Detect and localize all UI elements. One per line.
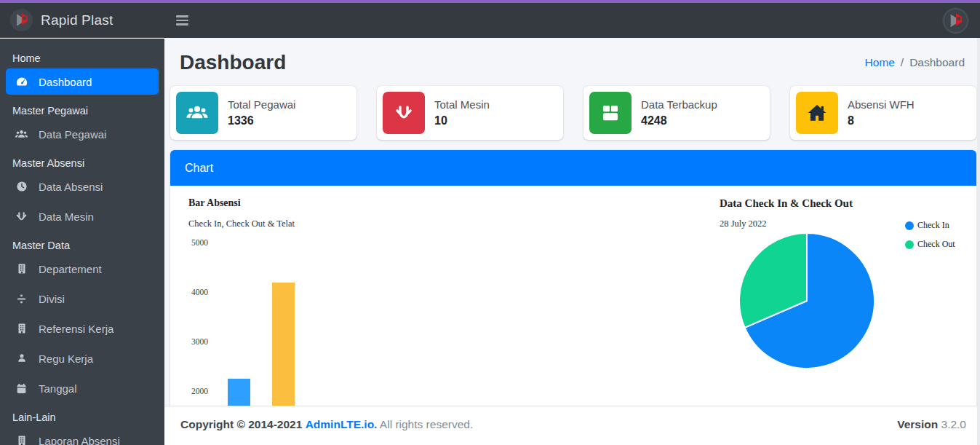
breadcrumb-current: Dashboard (909, 56, 965, 69)
pie-legend: Check In Check Out (905, 220, 955, 250)
footer: Copyright © 2014-2021 AdminLTE.io. All r… (164, 406, 980, 445)
y-tick: 2000 (180, 387, 208, 395)
pie-chart (737, 231, 877, 371)
sidebar-item-label: Data Absensi (39, 181, 103, 193)
breadcrumb-home-link[interactable]: Home (865, 56, 895, 69)
sidebar-header-lain-lain: Lain-Lain (0, 405, 164, 428)
building-icon (14, 261, 29, 276)
sidebar-item-data-absensi[interactable]: Data Absensi (6, 173, 159, 200)
sidebar-item-data-pegawai[interactable]: Data Pegawai (6, 121, 159, 147)
sidebar-item-referensi-kerja[interactable]: Referensi Kerja (6, 315, 159, 342)
legend-label: Check Out (917, 239, 955, 250)
users-icon (14, 127, 29, 141)
user-icon (14, 351, 29, 366)
calendar-icon (14, 381, 29, 395)
sidebar-item-label: Regu Kerja (39, 353, 93, 365)
breadcrumb: Home / Dashboard (865, 56, 965, 69)
footer-version: Version 3.2.0 (897, 418, 966, 445)
chart-card-title: Chart (185, 162, 213, 175)
sidebar: Home Dashboard Master Pegawai Data Pegaw… (0, 39, 164, 445)
rapid-plast-logo-icon (9, 8, 33, 32)
box-icon (589, 92, 632, 134)
sidebar-header-home: Home (0, 46, 164, 68)
info-box-label: Total Mesin (434, 98, 490, 111)
clock-icon (14, 179, 29, 194)
page-title: Dashboard (180, 51, 286, 74)
bar-chart-title: Bar Absensi (188, 197, 241, 209)
footer-copyright: Copyright © 2014-2021 AdminLTE.io. All r… (180, 418, 473, 445)
sidebar-header-master-pegawai: Master Pegawai (0, 98, 164, 121)
sidebar-header-master-data: Master Data (0, 233, 164, 256)
footer-copyright-text: Copyright © 2014-2021 (180, 418, 302, 430)
brand-title: Rapid Plast (41, 12, 113, 28)
info-box-absensi-wfh: Absensi WFH 8 (790, 86, 976, 140)
chart-card-header: Chart (170, 150, 976, 186)
info-box-data-terbackup: Data Terbackup 4248 (583, 86, 770, 140)
sidebar-header-master-absensi: Master Absensi (0, 151, 164, 173)
sidebar-item-tanggal[interactable]: Tanggal (6, 375, 159, 401)
pie-chart-title: Data Check In & Check Out (720, 197, 853, 210)
info-box-label: Data Terbackup (641, 98, 717, 111)
sidebar-item-label: Divisi (39, 293, 65, 305)
home-icon (796, 92, 838, 134)
sidebar-item-divisi[interactable]: Divisi (6, 285, 159, 312)
pie-chart-subtitle: 28 July 2022 (720, 218, 767, 229)
sidebar-item-dashboard[interactable]: Dashboard (6, 68, 159, 95)
y-tick: 4000 (180, 288, 208, 296)
y-tick: 5000 (180, 238, 208, 247)
divide-icon (14, 291, 29, 306)
sidebar-item-regu-kerja[interactable]: Regu Kerja (6, 345, 159, 371)
sidebar-item-label: Referensi Kerja (39, 323, 113, 335)
info-box-value: 10 (434, 114, 490, 127)
legend-label: Check In (917, 220, 949, 231)
info-box-total-pegawai: Total Pegawai 1336 (170, 86, 356, 140)
chart-card-body: Bar Absensi Check In, Check Out & Telat … (170, 186, 976, 406)
legend-item-check-in: Check In (905, 220, 955, 231)
app-window: Rapid Plast Home Dashboard Master Peg (0, 0, 980, 445)
scrollbar[interactable] (977, 38, 980, 445)
bar-chart-subtitle: Check In, Check Out & Telat (188, 218, 295, 229)
legend-item-check-out: Check Out (905, 239, 955, 250)
sidebar-item-label: Dashboard (39, 76, 92, 88)
breadcrumb-separator: / (901, 56, 904, 69)
sidebar-item-label: Data Mesin (39, 210, 94, 223)
sidebar-item-data-mesin[interactable]: Data Mesin (6, 203, 159, 229)
hamburger-icon[interactable] (176, 12, 194, 29)
tachometer-icon (14, 74, 29, 89)
sidebar-item-label: Laporan Absensi (39, 435, 120, 445)
sidebar-item-label: Departement (39, 263, 102, 275)
info-box-row: Total Pegawai 1336 Total Mesin 10 Data T… (170, 86, 976, 140)
sidebar-item-departement[interactable]: Departement (6, 256, 159, 282)
info-box-total-mesin: Total Mesin 10 (377, 86, 563, 140)
info-box-value: 8 (848, 114, 915, 127)
footer-version-label: Version (897, 418, 938, 430)
info-box-value: 4248 (641, 114, 717, 127)
progress-strip (0, 0, 980, 3)
sidebar-item-label: Tanggal (39, 382, 77, 395)
top-navbar (164, 3, 980, 38)
bar-check-out (272, 283, 295, 406)
info-box-label: Total Pegawai (228, 98, 295, 111)
chart-card: Chart Bar Absensi Check In, Check Out & … (170, 150, 976, 406)
info-box-label: Absensi WFH (848, 98, 915, 111)
legend-dot-icon (905, 240, 914, 249)
legend-dot-icon (905, 221, 914, 230)
sidebar-item-laporan-absensi[interactable]: Laporan Absensi (6, 428, 159, 445)
footer-adminlte-link[interactable]: AdminLTE.io. (306, 418, 378, 430)
footer-rights-text: All rights reserved. (380, 418, 473, 430)
footer-version-value: 3.2.0 (941, 418, 966, 430)
user-avatar[interactable] (943, 8, 968, 34)
hands-icon (14, 209, 29, 224)
sidebar-item-label: Data Pegawai (39, 128, 106, 141)
users-icon (176, 92, 218, 134)
building-icon (14, 321, 29, 336)
hands-icon (383, 92, 425, 134)
brand-link[interactable]: Rapid Plast (0, 3, 164, 38)
info-box-value: 1336 (228, 114, 295, 127)
y-tick: 3000 (180, 337, 208, 346)
building-icon (14, 433, 29, 445)
bar-check-in (228, 379, 250, 406)
